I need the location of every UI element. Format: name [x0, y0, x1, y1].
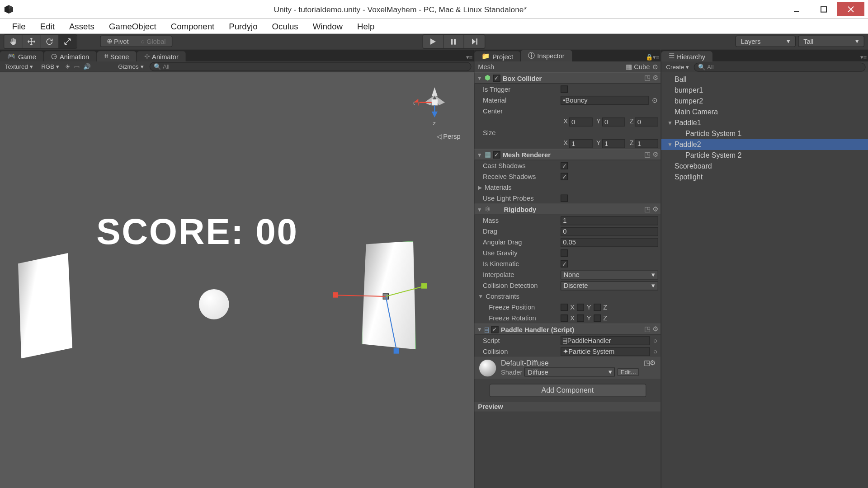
menu-help[interactable]: Help — [350, 19, 382, 33]
gear-icon[interactable]: ⚙ — [652, 74, 658, 82]
hierarchy-item-ball[interactable]: Ball — [661, 74, 868, 85]
hierarchy-search-input[interactable]: 🔍All — [694, 62, 866, 71]
scene-view[interactable]: x z ◁ Persp SCORE: 00 — [0, 72, 474, 488]
scale-handle-y[interactable] — [421, 283, 427, 289]
close-button[interactable] — [837, 2, 864, 16]
menu-assets[interactable]: Assets — [62, 19, 102, 33]
size-x-field[interactable]: 1 — [569, 139, 593, 148]
freeze-rot-x[interactable] — [561, 314, 568, 322]
scale-tool[interactable] — [58, 35, 76, 48]
freeze-pos-y[interactable] — [577, 304, 584, 311]
tab-animation[interactable]: ◷Animation — [44, 51, 96, 61]
rigidbody-header[interactable]: ▼⚛Rigidbody◳⚙ — [474, 204, 660, 215]
play-button[interactable] — [423, 35, 443, 48]
hierarchy-item-bumper1[interactable]: bumper1 — [661, 85, 868, 96]
hierarchy-item-scoreboard[interactable]: Scoreboard — [661, 161, 868, 172]
light-probes-checkbox[interactable] — [561, 195, 568, 202]
receive-shadows-checkbox[interactable]: ✓ — [561, 173, 568, 180]
freeze-rot-y[interactable] — [577, 314, 584, 322]
menu-oculus[interactable]: Oculus — [265, 19, 306, 33]
box-collider-header[interactable]: ▼⬢✓Box Collider◳⚙ — [474, 72, 660, 84]
center-z-field[interactable]: 0 — [635, 117, 658, 126]
layers-dropdown[interactable]: Layers▾ — [736, 36, 796, 47]
size-z-field[interactable]: 1 — [635, 139, 658, 148]
preview-header[interactable]: Preview — [474, 402, 660, 411]
foldout-icon[interactable]: ▼ — [667, 120, 673, 126]
menu-edit[interactable]: Edit — [33, 19, 62, 33]
orientation-gizmo[interactable]: x z — [414, 84, 456, 127]
scale-handle-x[interactable] — [333, 292, 338, 298]
paddle-handler-enabled[interactable]: ✓ — [491, 326, 499, 333]
scale-handle-center[interactable] — [383, 293, 389, 299]
edit-shader-button[interactable]: Edit... — [618, 368, 639, 376]
interpolate-dropdown[interactable]: None▾ — [561, 270, 658, 279]
render-mode-dropdown[interactable]: RGB ▾ — [39, 63, 61, 70]
shader-dropdown[interactable]: Diffuse▾ — [525, 367, 615, 376]
menu-file[interactable]: File — [5, 19, 33, 33]
tab-inspector[interactable]: ⓘInspector — [521, 50, 571, 61]
is-trigger-checkbox[interactable] — [561, 85, 568, 93]
menu-purdyjo[interactable]: Purdyjo — [222, 19, 264, 33]
angular-drag-field[interactable]: 0.05 — [561, 238, 658, 247]
freeze-pos-x[interactable] — [561, 304, 568, 311]
use-gravity-checkbox[interactable] — [561, 249, 568, 257]
tab-hierarchy[interactable]: ☰Hierarchy — [661, 51, 712, 61]
freeze-rot-z[interactable] — [594, 314, 601, 322]
create-dropdown[interactable]: Create ▾ — [664, 64, 691, 70]
maximize-button[interactable] — [810, 2, 837, 16]
center-x-field[interactable]: 0 — [569, 117, 593, 126]
menu-component[interactable]: Component — [164, 19, 222, 33]
material-field[interactable]: ▪ Bouncy — [561, 95, 649, 104]
tab-scene[interactable]: ⌗Scene — [97, 51, 137, 61]
mesh-renderer-header[interactable]: ▼▦✓Mesh Renderer◳⚙ — [474, 149, 660, 160]
is-kinematic-checkbox[interactable]: ✓ — [561, 260, 568, 267]
step-button[interactable] — [464, 35, 485, 48]
rotate-tool[interactable] — [40, 35, 58, 48]
gizmos-dropdown[interactable]: Gizmos ▾ — [116, 63, 146, 70]
menu-window[interactable]: Window — [306, 19, 350, 33]
cast-shadows-checkbox[interactable]: ✓ — [561, 162, 568, 169]
tab-animator[interactable]: ⊹Animator — [137, 51, 186, 61]
scale-handle-z[interactable] — [394, 348, 399, 354]
paddle1-object[interactable] — [18, 253, 72, 358]
tab-project[interactable]: 📁Project — [474, 51, 520, 61]
collision-detection-dropdown[interactable]: Discrete▾ — [561, 281, 658, 290]
paddle-handler-header[interactable]: ▼⌸✓Paddle Handler (Script)◳⚙ — [474, 324, 660, 335]
menu-gameobject[interactable]: GameObject — [102, 19, 164, 33]
drag-field[interactable]: 0 — [561, 227, 658, 236]
constraints-label[interactable]: Constraints — [486, 293, 561, 300]
mass-field[interactable]: 1 — [561, 216, 658, 225]
scene-search-input[interactable]: 🔍All — [150, 62, 472, 71]
ball-object[interactable] — [199, 289, 229, 319]
audio-toggle-icon[interactable]: 🔊 — [83, 63, 90, 70]
hierarchy-item-bumper2[interactable]: bumper2 — [661, 96, 868, 107]
script-field[interactable]: ⌸ PaddleHandler — [561, 336, 650, 345]
pause-button[interactable] — [443, 35, 464, 48]
add-component-button[interactable]: Add Component — [489, 384, 646, 397]
mesh-value[interactable]: Cube — [634, 63, 650, 70]
skybox-toggle-icon[interactable]: ▭ — [74, 63, 80, 70]
hand-tool[interactable] — [4, 35, 22, 48]
freeze-pos-z[interactable] — [594, 304, 601, 311]
collision-field[interactable]: ✦ Particle System — [561, 347, 650, 356]
help-icon[interactable]: ◳ — [644, 74, 650, 82]
hierarchy-item-ps2[interactable]: Particle System 2 — [661, 150, 868, 161]
minimize-button[interactable] — [783, 2, 810, 16]
materials-label[interactable]: Materials — [485, 184, 560, 191]
layout-dropdown[interactable]: Tall▾ — [798, 36, 864, 47]
foldout-icon[interactable]: ▼ — [667, 141, 673, 147]
hierarchy-item-main-camera[interactable]: Main Camera — [661, 107, 868, 117]
mesh-renderer-enabled[interactable]: ✓ — [493, 151, 500, 158]
hierarchy-item-ps1[interactable]: Particle System 1 — [661, 128, 868, 139]
tab-game[interactable]: 🎮Game — [0, 51, 43, 61]
center-y-field[interactable]: 0 — [602, 117, 626, 126]
light-toggle-icon[interactable]: ☀ — [65, 63, 71, 70]
box-collider-enabled[interactable]: ✓ — [493, 75, 500, 82]
hierarchy-item-paddle1[interactable]: ▼Paddle1 — [661, 117, 868, 128]
shading-dropdown[interactable]: Textured ▾ — [2, 63, 35, 70]
hierarchy-item-paddle2[interactable]: ▼Paddle2 — [661, 139, 868, 150]
hierarchy-item-spotlight[interactable]: Spotlight — [661, 172, 868, 183]
move-tool[interactable] — [22, 35, 40, 48]
size-y-field[interactable]: 1 — [602, 139, 626, 148]
projection-label[interactable]: ◁ Persp — [437, 132, 461, 140]
